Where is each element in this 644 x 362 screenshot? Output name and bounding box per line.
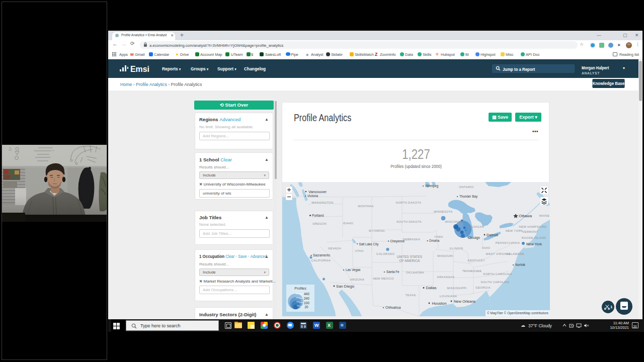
svg-text:Detroit: Detroit — [487, 233, 499, 237]
svg-text:TENNESSEE: TENNESSEE — [462, 269, 482, 273]
svg-text:ONTARIO: ONTARIO — [459, 186, 474, 189]
svg-text:OF AMERICA: OF AMERICA — [399, 258, 420, 263]
svg-text:NORTH CAROLINA: NORTH CAROLINA — [483, 273, 512, 276]
svg-text:MAINE: MAINE — [539, 214, 549, 217]
svg-text:WYOMING: WYOMING — [369, 229, 385, 232]
svg-text:ARKANSAS: ARKANSAS — [437, 276, 455, 279]
svg-text:Chihuahua: Chihuahua — [385, 306, 401, 309]
svg-text:SOUTH DAKOTA: SOUTH DAKOTA — [396, 220, 422, 223]
svg-text:MISSOURI: MISSOURI — [437, 254, 453, 257]
svg-text:GEORGIA: GEORGIA — [475, 286, 491, 289]
svg-text:Omaha: Omaha — [429, 239, 440, 242]
svg-text:Portland: Portland — [312, 214, 324, 217]
svg-text:New Orleans: New Orleans — [454, 299, 475, 304]
svg-text:NEW MEXICO: NEW MEXICO — [373, 277, 394, 280]
svg-text:Salt Lake City: Salt Lake City — [359, 242, 379, 246]
svg-text:Santa Fe: Santa Fe — [386, 270, 399, 274]
svg-text:OHIO: OHIO — [482, 246, 491, 249]
svg-text:100: 100 — [304, 301, 309, 305]
svg-text:NORTH DAKOTA: NORTH DAKOTA — [396, 201, 421, 204]
svg-text:DELAWARE: DELAWARE — [506, 252, 524, 255]
svg-text:NEW HAMPSHIRE: NEW HAMPSHIRE — [519, 225, 547, 228]
svg-text:Sacramento: Sacramento — [313, 253, 330, 257]
svg-text:Profiles: Profiles — [294, 287, 306, 290]
svg-text:KENTUCKY: KENTUCKY — [468, 259, 486, 262]
svg-text:© MapTiler © OpenStreetMap con: © MapTiler © OpenStreetMap contributors — [487, 311, 548, 315]
svg-text:ILLINOIS: ILLINOIS — [449, 247, 463, 250]
svg-text:CALIFORNIA: CALIFORNIA — [311, 259, 331, 262]
svg-text:Cheyenne: Cheyenne — [390, 239, 405, 243]
svg-text:IOWA: IOWA — [435, 235, 443, 238]
svg-text:MISSISSIPPI: MISSISSIPPI — [447, 287, 467, 290]
svg-text:Thunder Bay: Thunder Bay — [459, 195, 478, 199]
svg-text:Chicago: Chicago — [468, 235, 480, 240]
svg-text:VERMONT: VERMONT — [522, 230, 538, 233]
svg-text:OREGON: OREGON — [312, 222, 327, 225]
svg-text:240: 240 — [304, 297, 309, 300]
svg-text:NEVADA: NEVADA — [328, 247, 341, 250]
svg-text:RHODE ISLAND: RHODE ISLAND — [522, 236, 546, 239]
svg-text:MICHIGAN: MICHIGAN — [468, 225, 484, 228]
svg-text:440: 440 — [304, 292, 309, 296]
svg-text:ARIZONA: ARIZONA — [350, 278, 365, 281]
svg-text:MONTANA: MONTANA — [358, 205, 373, 208]
svg-text:Las Vegas: Las Vegas — [346, 268, 360, 272]
svg-text:SOUTH CAROLINA: SOUTH CAROLINA — [480, 281, 509, 284]
svg-text:Ottawa: Ottawa — [519, 214, 532, 218]
svg-text:MINNESOTA: MINNESOTA — [434, 210, 453, 213]
svg-text:Emsi: Emsi — [130, 64, 149, 74]
svg-text:TEXAS: TEXAS — [405, 294, 416, 297]
svg-text:PENNSYLVANIA: PENNSYLVANIA — [496, 241, 520, 244]
svg-text:San Diego: San Diego — [336, 284, 355, 289]
svg-text:IDAHO: IDAHO — [343, 222, 353, 225]
svg-text:UTAH: UTAH — [355, 249, 364, 252]
svg-text:WASHINGTON: WASHINGTON — [311, 201, 334, 204]
svg-text:WISCONSIN: WISCONSIN — [445, 220, 463, 223]
svg-text:NEBRASKA: NEBRASKA — [403, 238, 421, 241]
svg-text:Winnipeg: Winnipeg — [425, 184, 439, 188]
svg-text:20: 20 — [305, 305, 309, 309]
svg-text:Victoria: Victoria — [307, 194, 318, 198]
svg-text:COLORADO: COLORADO — [376, 252, 394, 255]
svg-text:New York: New York — [526, 242, 542, 246]
svg-text:LOUISIANA: LOUISIANA — [440, 295, 457, 298]
svg-text:Vancouver: Vancouver — [308, 190, 327, 194]
svg-text:Dallas: Dallas — [426, 286, 437, 290]
svg-text:OKLAHOMA: OKLAHOMA — [406, 271, 424, 274]
svg-text:Norfolk: Norfolk — [515, 263, 526, 266]
svg-text:Houston: Houston — [432, 301, 447, 306]
svg-text:NEW YORK: NEW YORK — [506, 229, 523, 232]
